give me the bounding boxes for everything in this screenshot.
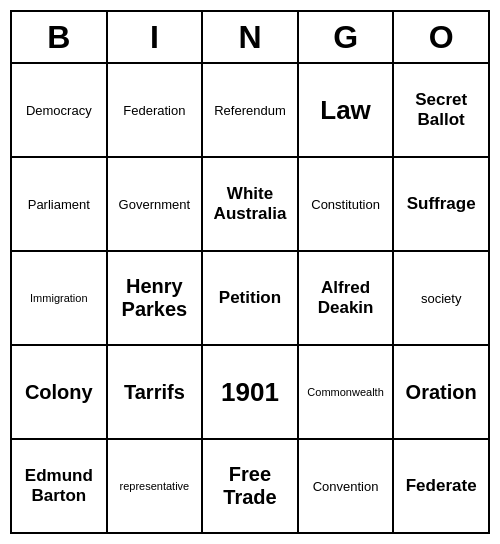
header-letter-G: G [299, 12, 395, 62]
bingo-cell-0-2: Referendum [203, 64, 299, 156]
bingo-cell-2-2: Petition [203, 252, 299, 344]
bingo-cell-1-2: White Australia [203, 158, 299, 250]
bingo-cell-0-3: Law [299, 64, 395, 156]
header-letter-N: N [203, 12, 299, 62]
bingo-cell-1-0: Parliament [12, 158, 108, 250]
bingo-cell-4-4: Federate [394, 440, 488, 532]
bingo-card: BINGO DemocracyFederationReferendumLawSe… [10, 10, 490, 534]
bingo-row-4: Edmund BartonrepresentativeFree TradeCon… [12, 440, 488, 532]
bingo-cell-2-4: society [394, 252, 488, 344]
header-letter-O: O [394, 12, 488, 62]
bingo-row-2: ImmigrationHenry ParkesPetitionAlfred De… [12, 252, 488, 346]
bingo-cell-4-1: representative [108, 440, 204, 532]
bingo-cell-3-2: 1901 [203, 346, 299, 438]
bingo-row-1: ParliamentGovernmentWhite AustraliaConst… [12, 158, 488, 252]
bingo-cell-2-0: Immigration [12, 252, 108, 344]
bingo-cell-1-3: Constitution [299, 158, 395, 250]
bingo-row-3: ColonyTarrifs1901CommonwealthOration [12, 346, 488, 440]
bingo-cell-3-3: Commonwealth [299, 346, 395, 438]
bingo-cell-4-3: Convention [299, 440, 395, 532]
bingo-cell-3-0: Colony [12, 346, 108, 438]
bingo-cell-0-4: Secret Ballot [394, 64, 488, 156]
bingo-cell-0-1: Federation [108, 64, 204, 156]
bingo-cell-2-1: Henry Parkes [108, 252, 204, 344]
header-letter-B: B [12, 12, 108, 62]
bingo-cell-2-3: Alfred Deakin [299, 252, 395, 344]
header-letter-I: I [108, 12, 204, 62]
bingo-row-0: DemocracyFederationReferendumLawSecret B… [12, 64, 488, 158]
bingo-cell-3-4: Oration [394, 346, 488, 438]
bingo-grid: DemocracyFederationReferendumLawSecret B… [12, 64, 488, 532]
bingo-cell-1-1: Government [108, 158, 204, 250]
bingo-cell-0-0: Democracy [12, 64, 108, 156]
bingo-cell-4-0: Edmund Barton [12, 440, 108, 532]
bingo-header: BINGO [12, 12, 488, 64]
bingo-cell-3-1: Tarrifs [108, 346, 204, 438]
bingo-cell-1-4: Suffrage [394, 158, 488, 250]
bingo-cell-4-2: Free Trade [203, 440, 299, 532]
